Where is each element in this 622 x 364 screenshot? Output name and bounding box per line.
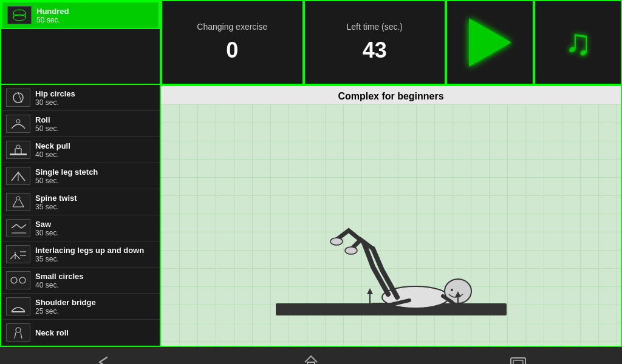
svg-rect-5 <box>7 89 30 106</box>
sidebar-item-6[interactable]: Saw 30 sec. <box>1 215 160 241</box>
item-info-9: Shoulder bridge 25 sec. <box>35 298 96 315</box>
item-duration-5: 35 sec. <box>35 203 77 211</box>
thumb-7 <box>6 245 30 263</box>
item-name-1: Hip circles <box>35 89 75 98</box>
item-name-5: Spine twist <box>35 194 77 203</box>
svg-rect-19 <box>7 246 30 263</box>
thumb-2 <box>6 115 30 133</box>
item-duration-2: 50 sec. <box>35 124 59 133</box>
svg-marker-32 <box>367 288 373 294</box>
item-name-10: Neck roll <box>35 328 69 337</box>
recent-button[interactable] <box>503 351 533 364</box>
thumb-4 <box>6 167 30 185</box>
exercise-title: Complex for beginners <box>161 86 621 107</box>
svg-point-30 <box>451 289 453 291</box>
top-section: Hundred 50 sec. Changing exercise 0 Left… <box>0 0 622 85</box>
item-duration-9: 25 sec. <box>35 307 96 315</box>
content-area: Hip circles 30 sec. Roll <box>0 85 622 347</box>
item-name-6: Saw <box>35 220 59 229</box>
svg-rect-24 <box>12 311 25 312</box>
item-info-7: Interlacing legs up and down 35 sec. <box>35 246 144 263</box>
sidebar-bottom: Hip circles 30 sec. Roll <box>0 85 161 347</box>
sidebar-item-0[interactable]: Hundred 50 sec. <box>1 1 160 29</box>
exercise-figure <box>276 170 507 328</box>
item-info-3: Neck pull 40 sec. <box>35 141 70 159</box>
item-info-5: Spine twist 35 sec. <box>35 194 77 211</box>
svg-rect-10 <box>7 141 30 158</box>
item-name-4: Single leg stetch <box>35 167 98 177</box>
svg-point-35 <box>330 238 343 245</box>
sidebar-item-4[interactable]: Single leg stetch 50 sec. <box>1 163 160 189</box>
item-duration-4: 50 sec. <box>35 177 98 185</box>
back-button[interactable] <box>89 351 119 364</box>
sidebar-item-3[interactable]: Neck pull 40 sec. <box>1 137 160 163</box>
left-time-value: 43 <box>363 38 387 63</box>
item-info-8: Small circles 40 sec. <box>35 272 84 289</box>
nav-bar <box>0 347 622 364</box>
item-name-7: Interlacing legs up and down <box>35 246 144 255</box>
thumb-9 <box>6 297 30 315</box>
svg-rect-0 <box>8 7 31 24</box>
changing-exercise-value: 0 <box>226 38 238 63</box>
play-panel[interactable] <box>446 0 534 85</box>
item-name-8: Small circles <box>35 272 84 281</box>
thumb-0 <box>7 6 32 24</box>
exercise-display: Complex for beginners <box>161 85 622 347</box>
thumb-5 <box>6 193 30 211</box>
changing-exercise-label: Changing exercise <box>197 22 267 32</box>
item-info-1: Hip circles 30 sec. <box>35 89 75 107</box>
thumb-3 <box>6 141 30 159</box>
sidebar-item-1[interactable]: Hip circles 30 sec. <box>1 85 160 111</box>
item-info-0: Hundred 50 sec. <box>36 7 69 24</box>
thumb-1 <box>6 89 30 107</box>
item-info-6: Saw 30 sec. <box>35 220 59 237</box>
svg-rect-11 <box>10 153 27 155</box>
item-duration-1: 30 sec. <box>35 98 75 107</box>
svg-rect-17 <box>7 220 30 237</box>
svg-rect-8 <box>7 115 30 132</box>
svg-point-36 <box>345 247 357 254</box>
sidebar-item-5[interactable]: Spine twist 35 sec. <box>1 189 160 215</box>
sidebar-item-10[interactable]: Neck roll <box>1 320 160 346</box>
item-name-9: Shoulder bridge <box>35 298 96 307</box>
home-button[interactable] <box>296 351 326 364</box>
svg-rect-20 <box>7 272 30 289</box>
item-duration-7: 35 sec. <box>35 255 144 263</box>
main-container: Hundred 50 sec. Changing exercise 0 Left… <box>0 0 622 364</box>
item-duration-6: 30 sec. <box>35 229 59 237</box>
item-duration-3: 40 sec. <box>35 150 70 159</box>
changing-exercise-panel: Changing exercise 0 <box>161 0 304 85</box>
music-panel[interactable]: ♫ <box>534 0 622 85</box>
top-right: Changing exercise 0 Left time (sec.) 43 … <box>161 0 622 85</box>
play-button[interactable] <box>469 18 511 67</box>
item-duration-0: 50 sec. <box>36 16 69 24</box>
svg-rect-15 <box>7 194 30 211</box>
item-name-2: Roll <box>35 115 59 124</box>
thumb-6 <box>6 219 30 237</box>
sidebar-item-2[interactable]: Roll 50 sec. <box>1 111 160 137</box>
left-time-label: Left time (sec.) <box>346 22 403 32</box>
thumb-8 <box>6 271 30 289</box>
thumb-10 <box>6 323 30 342</box>
item-info-10: Neck roll <box>35 328 69 337</box>
left-time-panel: Left time (sec.) 43 <box>304 0 446 85</box>
music-icon: ♫ <box>564 24 592 61</box>
sidebar-item-9[interactable]: Shoulder bridge 25 sec. <box>1 294 160 320</box>
item-name-0: Hundred <box>36 7 69 16</box>
sidebar-item-7[interactable]: Interlacing legs up and down 35 sec. <box>1 241 160 268</box>
item-name-3: Neck pull <box>35 141 70 150</box>
item-info-2: Roll 50 sec. <box>35 115 59 133</box>
sidebar-item-8[interactable]: Small circles 40 sec. <box>1 268 160 294</box>
sidebar-top: Hundred 50 sec. <box>0 0 161 85</box>
item-info-4: Single leg stetch 50 sec. <box>35 167 98 185</box>
item-duration-8: 40 sec. <box>35 281 84 289</box>
svg-rect-40 <box>513 360 523 364</box>
